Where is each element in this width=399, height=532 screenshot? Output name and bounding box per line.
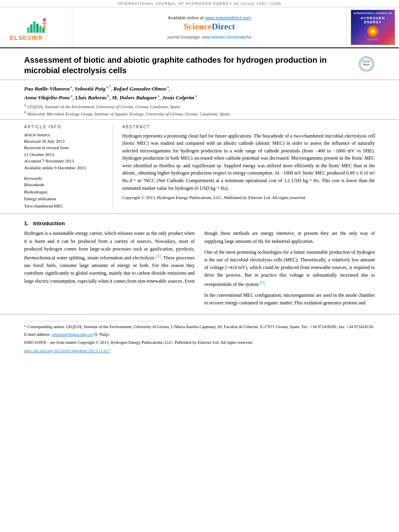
author-balaguer: M. Dolors Balaguer [112,94,157,101]
article-info-col: ARTICLE INFO Article history: Received 3… [24,125,113,210]
accepted-date: Accepted 7 November 2013 [24,158,106,164]
journal-header-bar: INTERNATIONAL JOURNAL OF HYDROGEN ENERGY… [0,0,399,7]
journal-cover-box: International Journal of HYDROGEN ENERGY… [351,10,395,45]
ref-2-link[interactable]: [2] [260,280,265,285]
cover-hydrogen-label: HYDROGEN [361,16,385,20]
super-a1: a [70,85,72,89]
keyword-mec: Two-chambered MEC [24,203,106,210]
received1-date: Received 30 July 2013 [24,138,106,145]
email-footnote: E-mail address: sebastia@lequia.udg.cat … [24,331,375,338]
authors-section: Pau Batlle-Vilanova a, Sebastià Puig a,*… [0,80,399,120]
keyword-energy: Energy utilization [24,195,106,203]
cover-elsevier-label: ELSEVIER [368,38,378,41]
elsevier-wordmark: ELSEVIER [10,34,62,41]
svg-rect-3 [36,24,39,33]
abstract-heading: ABSTRACT [122,125,375,129]
intro-two-col: Hydrogen is a sustainable energy carrier… [24,230,375,310]
super-b1: b [107,94,109,98]
cover-h-circle: H [367,26,378,37]
elsevier-tree-icon [10,15,62,33]
center-header: Available online at www.sciencedirect.co… [72,7,347,47]
cover-h-text: H [371,28,375,35]
affiliation-b: b Molecular Microbial Ecology Group, Ins… [24,110,375,116]
journal-homepage-line: journal homepage: www.elsevier.com/locat… [167,35,251,39]
direct-text: Direct [212,21,235,31]
super-a3: a [166,85,169,89]
authors-line: Pau Batlle-Vilanova a, Sebastià Puig a,*… [24,84,375,102]
sciencedirect-logo: ScienceDirect [184,21,235,32]
elsevier-logo-area: ELSEVIER [0,7,72,47]
super-a5: a [157,94,159,98]
article-info-heading: ARTICLE INFO [24,125,106,129]
author-vilajeliu-pons: Anna Vilajeliu-Pons [24,94,70,101]
journal-title-bar: INTERNATIONAL JOURNAL OF HYDROGEN ENERGY… [117,2,282,6]
cover-energy-label: ENERGY [364,20,382,24]
corresponding-author-footnote: * Corresponding author. LEQUiA, Institut… [24,324,375,330]
keyword-biohydrogen: Biohydrogen [24,189,106,196]
intro-left-col: Hydrogen is a sustainable energy carrier… [24,230,195,310]
author-colprim: Jesús Colprim [162,94,194,101]
svg-point-6 [43,18,46,22]
super-a6: a [194,94,197,98]
super-a4: a [70,94,72,98]
keyword-biocathode: Biocathode [24,181,106,189]
svg-rect-1 [30,25,33,33]
abstract-col: ABSTRACT Hydrogen represents a promising… [122,125,375,210]
author-batlle-vilanova: Pau Batlle-Vilanova [24,86,70,92]
abstract-text: Hydrogen represents a promising clean fu… [122,132,375,201]
received-revised-label: Received in revised form [24,144,106,151]
elsevier-logo-box: ELSEVIER [10,15,62,39]
sciencedirect-url-link[interactable]: www.sciencedirect.com [205,15,251,20]
article-main-title: Assessment of biotic and abiotic graphit… [24,55,355,76]
introduction-section-title: 1. Introduction [24,220,375,226]
abstract-copyright: Copyright © 2013, Hydrogen Energy Public… [122,194,375,201]
crossmark-icon: Cross Mark [359,56,374,72]
intro-right-para-3: In the conventional MEC configuration, m… [204,292,375,307]
abstract-paragraph: Hydrogen represents a promising clean fu… [122,132,375,192]
intro-right-para-1: though these methods are energy intensiv… [204,230,375,245]
svg-rect-2 [33,21,35,33]
article-content: 1. Introduction Hydrogen is a sustainabl… [0,214,399,314]
article-body-columns: ARTICLE INFO Article history: Received 3… [0,120,399,214]
doi-line: http://dx.doi.org/10.1016/j.ijhydene.201… [24,347,375,354]
doi-link[interactable]: http://dx.doi.org/10.1016/j.ijhydene.201… [24,348,110,353]
author-baneras: Lluís Bañeras [75,94,107,101]
svg-rect-4 [39,26,41,33]
intro-right-col: though these methods are energy intensiv… [204,230,375,310]
science-text: Science [184,21,212,31]
keywords-list: Biocathode Biohydrogen Energy utilizatio… [24,181,106,210]
intro-right-para-2: One of the most promising technologies f… [204,249,375,288]
author-gonzalez-olmos: Rafael Gonzalez-Olmos [113,86,167,92]
crossmark-badge[interactable]: Cross Mark [359,56,375,72]
article-history-label: Article history: [24,132,106,137]
email-link[interactable]: sebastia@lequia.udg.cat [51,332,93,337]
author-puig: Sebastià Puig [75,86,105,92]
article-title-section: Assessment of biotic and abiotic graphit… [0,48,399,80]
keywords-label: Keywords: [24,176,106,181]
journal-homepage-link[interactable]: www.elsevier.com/locate/he [202,35,251,39]
cover-title: International Journal of [354,12,392,15]
super-a2: a,* [105,85,111,89]
footnote-divider [24,321,165,321]
available-online-date: Available online 9 December 2013 [24,164,106,171]
footnote-area: * Corresponding author. LEQUiA, Institut… [0,314,399,357]
available-online-text: Available online at www.sciencedirect.co… [168,15,251,20]
article-title-text: Assessment of biotic and abiotic graphit… [24,55,355,76]
svg-text:Mark: Mark [363,63,370,66]
issn-footnote: 0360-3199/$ – see front matter Copyright… [24,339,375,346]
svg-rect-0 [27,27,29,33]
received-revised-date: 21 October 2013 [24,151,106,158]
top-header: ELSEVIER Available online at www.science… [0,7,399,48]
journal-cover-area: International Journal of HYDROGEN ENERGY… [347,7,399,47]
svg-text:Cross: Cross [362,60,370,63]
ref-1-link[interactable]: [1] [156,254,161,258]
intro-left-para: Hydrogen is a sustainable energy carrier… [24,230,195,285]
affiliation-a: a LEQUiA, Institute of the Environment, … [24,103,375,109]
